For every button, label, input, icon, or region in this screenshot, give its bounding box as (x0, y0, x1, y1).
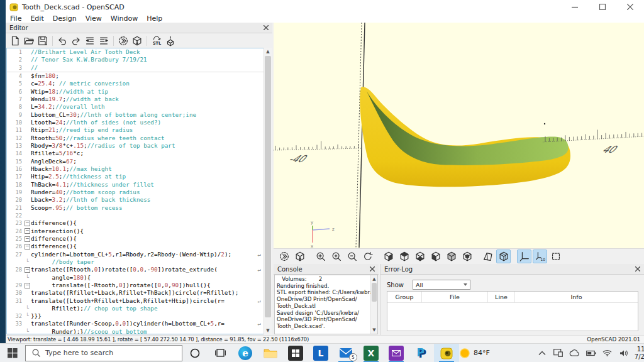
export-stl-button[interactable] (150, 35, 164, 47)
clock-widget[interactable]: 11:24 AM 7/20/2021 (635, 346, 644, 361)
menu-design[interactable]: Design (48, 14, 81, 23)
zoom-out-button[interactable] (345, 250, 359, 263)
battery-icon[interactable] (583, 344, 599, 362)
code-line-8[interactable]: 8L=34.2;//overall lnth (7, 103, 271, 111)
start-button[interactable] (0, 344, 25, 362)
connect-display-icon[interactable] (550, 344, 567, 362)
code-line-24[interactable]: 24–intersection(){ (7, 228, 271, 235)
cortana-button[interactable] (182, 344, 208, 362)
undo-button[interactable] (55, 35, 69, 47)
code-line-16[interactable]: 16Hback=10.1;//max height (7, 165, 271, 173)
code-line-11[interactable]: 11Rtip=21;//reed tip end radius (7, 126, 271, 134)
errorlog-table[interactable]: GroupFileLineInfo (387, 291, 638, 331)
code-line-5[interactable]: 5c=25.4; // metric conversion (7, 80, 271, 87)
preview-button[interactable] (116, 35, 130, 47)
menu-help[interactable]: Help (142, 14, 167, 23)
code-line-7[interactable]: 7Wend=19.7;//width at back (7, 96, 271, 103)
code-line-21[interactable]: 21Scoop=.95;// bottom recess (7, 204, 271, 212)
zoom-all-button[interactable] (313, 250, 328, 263)
code-line-17[interactable]: 17Htip=2.5;//thickness at tip (7, 173, 271, 180)
code-line-wrap[interactable]: └ angle=180){ (7, 274, 271, 282)
errorlog-col-info[interactable]: Info (515, 292, 638, 302)
code-editor[interactable]: 1//Brilhart Level Air Tooth Deck2// Teno… (6, 48, 272, 334)
code-line-31[interactable]: 31translate([Ltooth+Rfillet+Lback,Rfille… (7, 297, 271, 305)
tray-expand-button[interactable] (534, 344, 550, 362)
maximize-button[interactable] (589, 0, 616, 14)
code-line-14[interactable]: 14Rfillet=5/16*c; (7, 150, 271, 157)
indent-button[interactable] (97, 35, 111, 47)
volume-icon[interactable] (616, 344, 632, 362)
code-line-33[interactable]: 33translate([Runder-Scoop,0,0])cylinder(… (7, 320, 271, 327)
view-front-button[interactable] (444, 250, 458, 263)
code-line-12[interactable]: 12Rtooth=50;//radius where teeth contact (7, 134, 271, 142)
new-button[interactable] (8, 35, 22, 47)
code-line-15[interactable]: 15AngleDeck=67; (7, 158, 271, 165)
view-right-button[interactable] (381, 250, 396, 263)
code-line-26[interactable]: 26–difference(){ (7, 243, 271, 250)
console-output[interactable]: Volumes: 2Rendering finished.STL export … (274, 275, 378, 334)
zoom-in-button[interactable] (329, 250, 343, 263)
errorlog-col-line[interactable]: Line (488, 292, 515, 302)
redo-button[interactable] (69, 35, 83, 47)
menu-view[interactable]: View (81, 14, 106, 23)
code-line-29[interactable]: 29– translate([-Rtooth,0])rotate([0,0,90… (7, 282, 271, 289)
code-line-wrap[interactable]: └ Runder);}//scoop out bottom (7, 328, 271, 334)
pinned-app-l-button[interactable]: L (308, 344, 333, 362)
wifi-icon[interactable] (599, 344, 616, 362)
code-line-9[interactable]: 9Lbottom_CL=30;//lnth of bottom along ce… (7, 111, 271, 119)
code-line-3[interactable]: 3// (7, 64, 271, 72)
console-close-icon[interactable] (370, 266, 375, 273)
view-bottom-button[interactable] (413, 250, 427, 263)
unindent-button[interactable] (83, 35, 97, 47)
reset-view-button[interactable] (360, 250, 375, 263)
editor-close-icon[interactable] (264, 25, 269, 31)
send-to-printer-button[interactable] (164, 35, 177, 47)
view-back-button[interactable] (460, 250, 474, 263)
save-button[interactable] (36, 35, 50, 47)
code-line-18[interactable]: 18ThBack=4.1;//thickness under fillet (7, 181, 271, 189)
show-edges-button[interactable] (548, 250, 563, 263)
minimize-button[interactable] (561, 0, 589, 14)
view-top-button[interactable] (397, 250, 411, 263)
code-line-19[interactable]: 19Runder=40;//bottom scoop radius (7, 189, 271, 196)
code-line-wrap[interactable]: └ //body taper (7, 258, 271, 266)
editor-scrollbar[interactable]: ▲ ▼ (264, 48, 272, 334)
console-scrollbar[interactable]: ▲ ▼ (370, 275, 377, 334)
menu-window[interactable]: Window (106, 14, 142, 23)
task-view-button[interactable] (208, 344, 233, 362)
code-line-1[interactable]: 1//Brilhart Level Air Tooth Deck (7, 48, 271, 56)
view-orthogonal-button[interactable] (496, 250, 511, 263)
errorlog-close-icon[interactable] (635, 266, 640, 273)
code-line-2[interactable]: 2// Tenor Sax K.W.Bradbury 7/19/21 (7, 56, 271, 63)
code-line-28[interactable]: 28–translate([Rtooth,0])rotate([0,0,-90]… (7, 266, 271, 273)
close-button[interactable] (616, 0, 644, 14)
preview-button[interactable] (277, 250, 291, 263)
render-button[interactable] (130, 35, 144, 47)
viewport-3d[interactable]: -40 40 y z x (274, 23, 644, 248)
code-line-wrap[interactable]: └ Rfillet);// chop out top shape (7, 305, 271, 312)
open-button[interactable] (22, 35, 36, 47)
show-axes-button[interactable] (517, 250, 531, 263)
store-button[interactable] (283, 344, 308, 362)
openscad-taskbar-button[interactable] (434, 344, 459, 362)
code-line-13[interactable]: 13Rbody=3/8*c+.15;//radius of top back p… (7, 142, 271, 150)
code-line-32[interactable]: 32└}}} (7, 312, 271, 320)
code-line-25[interactable]: 25–difference(){ (7, 235, 271, 243)
code-line-22[interactable]: 22 (7, 212, 271, 219)
taskbar-search-input[interactable]: Type here to search (25, 345, 182, 361)
view-perspective-button[interactable] (480, 250, 495, 263)
scroll-down-icon[interactable]: ▼ (264, 327, 272, 334)
code-line-10[interactable]: 10Ltooth=24;//lnth of sides (not used?) (7, 119, 271, 126)
weather-widget[interactable]: 84°F (459, 348, 490, 359)
edge-button[interactable]: e (233, 344, 258, 362)
code-line-20[interactable]: 20Lback=3.2;//lnth of back thickness (7, 196, 271, 204)
file-explorer-button[interactable] (258, 344, 283, 362)
excel-button[interactable]: X (358, 344, 384, 362)
show-scale-markers-button[interactable] (533, 250, 547, 263)
errorlog-filter-select[interactable]: All (413, 280, 470, 290)
mail-button[interactable]: 5 (333, 344, 358, 362)
code-line-6[interactable]: 6Wtip=18;//width at tip (7, 88, 271, 96)
code-line-27[interactable]: 27cylinder(h=Lbottom_CL+5,r1=Rbody,r2=Rb… (7, 251, 271, 258)
render-button[interactable] (292, 250, 307, 263)
paypal-button[interactable]: PP (409, 344, 434, 362)
